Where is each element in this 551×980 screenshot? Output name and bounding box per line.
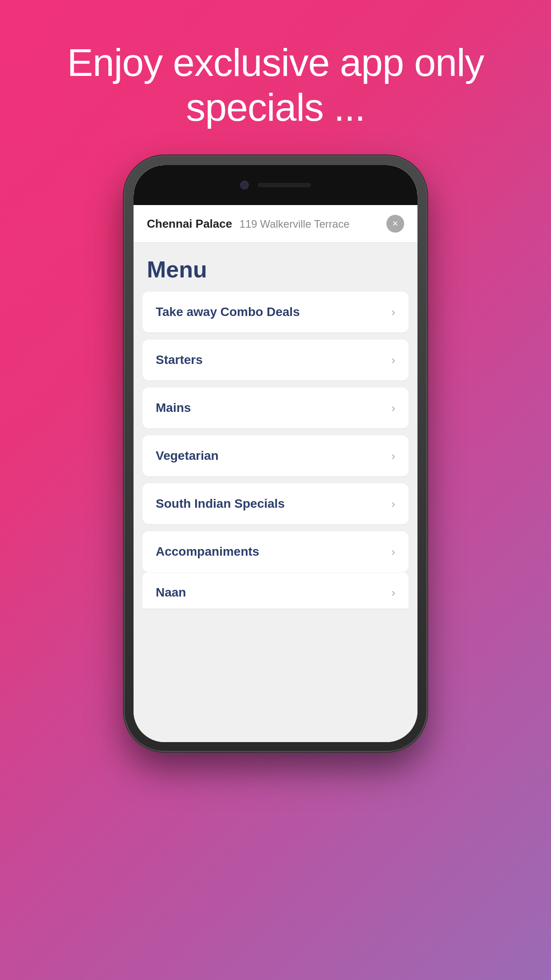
chevron-right-icon: › <box>391 586 395 600</box>
menu-item-naan-partial[interactable]: Naan › <box>142 572 409 609</box>
app-tagline: Enjoy exclusive app only specials ... <box>0 40 551 130</box>
menu-title: Menu <box>147 256 404 283</box>
camera-icon <box>240 181 249 190</box>
chevron-right-icon: › <box>391 305 395 319</box>
app-screen-content: Chennai Palace 119 Walkerville Terrace ×… <box>134 205 417 742</box>
restaurant-name: Chennai Palace <box>147 217 232 230</box>
restaurant-address: 119 Walkerville Terrace <box>240 218 350 230</box>
menu-item-starters[interactable]: Starters › <box>142 340 409 380</box>
phone-mockup: Chennai Palace 119 Walkerville Terrace ×… <box>125 156 426 889</box>
menu-item-south-indian-specials[interactable]: South Indian Specials › <box>142 483 409 524</box>
chevron-right-icon: › <box>391 353 395 367</box>
menu-item-label: Starters <box>156 353 203 367</box>
menu-item-takeaway-combo[interactable]: Take away Combo Deals › <box>142 292 409 332</box>
menu-item-label: Vegetarian <box>156 449 219 463</box>
menu-item-label: Naan <box>156 585 186 600</box>
menu-title-area: Menu <box>134 243 417 292</box>
phone-shell: Chennai Palace 119 Walkerville Terrace ×… <box>125 156 426 751</box>
phone-top-bezel <box>134 165 417 205</box>
phone-screen: Chennai Palace 119 Walkerville Terrace ×… <box>134 165 417 742</box>
close-button[interactable]: × <box>386 215 404 233</box>
menu-item-label: Mains <box>156 401 191 415</box>
restaurant-info: Chennai Palace 119 Walkerville Terrace <box>147 217 350 231</box>
restaurant-header: Chennai Palace 119 Walkerville Terrace × <box>134 205 417 243</box>
menu-item-label: South Indian Specials <box>156 497 285 511</box>
chevron-right-icon: › <box>391 497 395 511</box>
chevron-right-icon: › <box>391 449 395 463</box>
menu-item-label: Accompaniments <box>156 545 259 559</box>
chevron-right-icon: › <box>391 401 395 415</box>
speaker-icon <box>258 183 311 187</box>
chevron-right-icon: › <box>391 545 395 559</box>
menu-item-vegetarian[interactable]: Vegetarian › <box>142 435 409 476</box>
menu-item-mains[interactable]: Mains › <box>142 387 409 428</box>
menu-item-accompaniments[interactable]: Accompaniments › <box>142 531 409 572</box>
menu-list: Take away Combo Deals › Starters › Mains… <box>134 292 417 572</box>
menu-item-label: Take away Combo Deals <box>156 305 300 319</box>
